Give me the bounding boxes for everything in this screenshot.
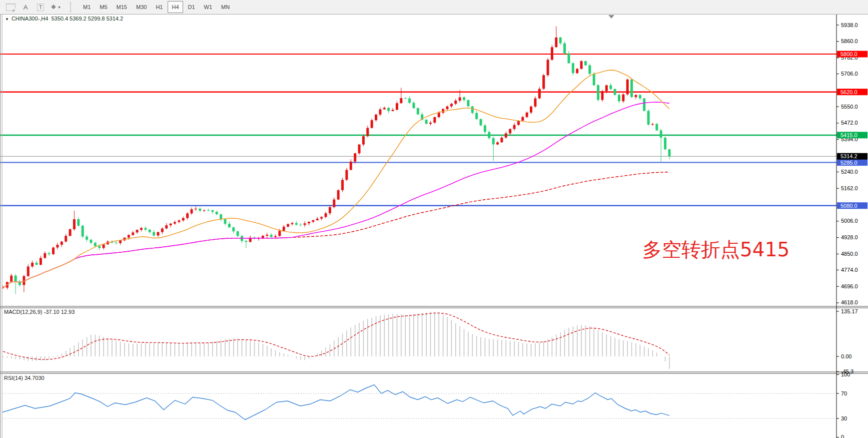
cursor-tool-button[interactable]: A: [19, 1, 32, 13]
candle-body: [572, 63, 574, 73]
chart-annotation-text[interactable]: 多空转折点5415: [642, 236, 789, 263]
candle-body: [174, 222, 176, 223]
candle-body: [153, 232, 155, 236]
trading-app-window: F A T ❖ ▾ M1M5M15M30H1H4D1W1MN 5938.0586…: [0, 0, 868, 438]
candle-body: [90, 240, 92, 243]
candle-body: [136, 230, 139, 232]
timeframe-button-H1[interactable]: H1: [152, 1, 167, 13]
axis-tick-label: 5938.0: [841, 22, 858, 28]
candle-body: [425, 120, 428, 124]
axis-tick-label: 4850.0: [841, 251, 858, 257]
candle-body: [211, 210, 214, 212]
shapes-icon: ❖: [51, 4, 57, 11]
support-resistance-lines[interactable]: [0, 54, 836, 206]
timeframe-button-M1[interactable]: M1: [79, 1, 95, 13]
symbol-dropdown-icon[interactable]: ▼: [5, 17, 9, 22]
candle-body: [278, 231, 281, 236]
chart-title: ▼CHINA300-,H4 5350.4 5369.2 5299.8 5314.…: [5, 16, 123, 22]
chart-shift-marker-icon[interactable]: [608, 15, 614, 19]
chart-title-text: CHINA300-,H4 5350.4 5369.2 5299.8 5314.2: [12, 16, 123, 22]
candle-body: [128, 235, 130, 238]
price-level-badge-text: 5800.0: [840, 51, 857, 57]
toolbar: F A T ❖ ▾ M1M5M15M30H1H4D1W1MN: [0, 0, 868, 15]
candle-body: [614, 89, 616, 95]
indicator-grid-tool-button[interactable]: F: [4, 1, 17, 13]
candle-body: [69, 229, 72, 236]
candle-body: [605, 85, 608, 91]
price-level-badge-text: 5620.0: [840, 89, 857, 95]
candle-body: [195, 209, 197, 209]
candle-body: [404, 98, 407, 99]
candle-body: [505, 133, 507, 137]
candle-body: [119, 240, 122, 243]
candle-body: [73, 219, 76, 229]
chevron-down-icon: ▾: [58, 5, 60, 10]
candle-body: [52, 247, 55, 254]
candle-body: [203, 210, 206, 211]
candle-body: [316, 219, 319, 220]
candle-body: [86, 237, 88, 240]
candle-body: [475, 113, 478, 119]
candle-body: [567, 54, 570, 64]
axis-tick-label: 70: [841, 390, 847, 396]
text-label-tool-button[interactable]: T: [34, 1, 47, 13]
chart-canvas[interactable]: 5938.05860.05782.05706.05550.05472.05394…: [0, 0, 868, 438]
candle-body: [98, 246, 101, 248]
timeframe-button-MN[interactable]: MN: [217, 1, 234, 13]
candle-body: [207, 210, 210, 211]
candle-body: [492, 138, 495, 145]
candle-body: [165, 225, 168, 228]
candle-body: [350, 162, 352, 170]
candle-body: [304, 223, 306, 225]
candle-body: [513, 125, 516, 129]
candle-body: [140, 228, 143, 230]
price-axis: 5938.05860.05782.05706.05550.05472.05394…: [608, 14, 867, 438]
timeframe-button-W1[interactable]: W1: [200, 1, 217, 13]
candle-body: [463, 97, 465, 100]
candle-body: [526, 113, 528, 117]
price-level-badge-text: 5285.0: [840, 160, 857, 166]
axis-tick-label: 5550.0: [841, 104, 858, 110]
axis-tick-label: 5240.0: [841, 169, 858, 175]
candle-body: [36, 263, 38, 265]
candle-body: [308, 222, 310, 223]
candle-body: [383, 108, 386, 109]
axis-tick-label: 135.17: [841, 308, 858, 314]
candle-body: [651, 124, 654, 125]
candle-body: [417, 108, 419, 115]
candle-body: [379, 109, 381, 114]
timeframe-button-H4[interactable]: H4: [168, 1, 183, 13]
candle-body: [295, 223, 298, 225]
candle-body: [77, 219, 80, 226]
candle-body: [157, 232, 159, 236]
candle-body: [488, 132, 490, 138]
axis-tick-label: 30: [841, 415, 847, 421]
moving-averages: [3, 70, 669, 288]
timeframe-button-D1[interactable]: D1: [184, 1, 199, 13]
candle-body: [371, 120, 373, 128]
candle-body: [534, 98, 536, 106]
timeframe-button-M15[interactable]: M15: [113, 1, 131, 13]
toolbar-grip[interactable]: [70, 2, 75, 12]
candle-body: [325, 213, 327, 217]
moving-average-line: [79, 172, 669, 258]
candle-body: [283, 227, 285, 231]
candle-body: [584, 61, 587, 65]
candle-body: [542, 75, 545, 89]
candle-body: [190, 209, 193, 213]
candle-body: [530, 107, 532, 113]
candle-body: [412, 103, 415, 108]
candle-body: [454, 101, 457, 104]
shapes-tool-button[interactable]: ❖ ▾: [49, 1, 62, 13]
candle-body: [15, 276, 17, 282]
candle-body: [228, 224, 231, 227]
timeframe-button-M30[interactable]: M30: [132, 1, 151, 13]
candle-body: [132, 232, 134, 235]
candle-body: [563, 43, 566, 53]
macd-signal-line: [3, 313, 669, 359]
candle-body: [299, 225, 302, 225]
timeframe-button-group: M1M5M15M30H1H4D1W1MN: [79, 1, 234, 13]
axis-tick-label: 4774.0: [841, 267, 858, 273]
axis-tick-label: 4696.0: [841, 283, 858, 289]
timeframe-button-M5[interactable]: M5: [96, 1, 111, 13]
